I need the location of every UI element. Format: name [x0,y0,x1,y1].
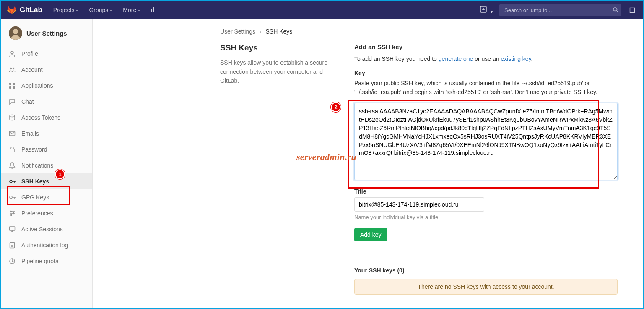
sidebar-item-label: Chat [21,98,34,105]
add-key-button[interactable]: Add key [354,228,387,241]
link-generate-one[interactable]: generate one [439,55,473,62]
your-keys-heading: Your SSH keys (0) [354,267,618,274]
caret-down-icon: ▾ [110,8,112,13]
nav-more-label: More [123,7,136,13]
svg-point-1 [613,7,617,11]
key-textarea[interactable] [354,103,618,180]
sidebar-item-password[interactable]: Password [1,141,92,157]
svg-rect-11 [13,86,15,89]
sidebar-item-account[interactable]: Account [1,62,92,78]
password-icon [9,146,16,153]
search-icon[interactable] [613,7,618,14]
svg-rect-20 [10,227,15,230]
brand[interactable]: GitLab [7,5,42,15]
sidebar-item-applications[interactable]: Applications [1,78,92,94]
navbar: GitLab Projects ▾ Groups ▾ More ▾ ▾ [1,1,643,19]
svg-point-7 [13,68,14,69]
nav-more[interactable]: More ▾ [119,4,144,16]
svg-rect-9 [13,83,15,85]
profile-icon [9,50,16,57]
title-label: Title [354,188,618,195]
annotation-callout-2: 2 [331,102,341,112]
col-right: Add an SSH key To add an SSH key you nee… [354,43,618,295]
content-columns: SSH Keys SSH keys allow you to establish… [93,43,618,295]
plus-icon[interactable]: ▾ [476,3,497,17]
title-input[interactable] [354,197,484,212]
add-key-heading: Add an SSH key [354,43,618,50]
activity-icon[interactable] [147,4,162,17]
caret-down-icon: ▾ [138,8,140,13]
page-title: SSH Keys [220,43,338,52]
sidebar-item-profile[interactable]: Profile [1,46,92,62]
sidebar-item-emails[interactable]: Emails [1,126,92,141]
svg-rect-10 [9,86,11,89]
access-tokens-icon [9,114,16,121]
svg-point-17 [10,211,12,212]
active-sessions-icon [9,226,16,233]
caret-down-icon: ▾ [491,10,493,14]
chevron-right-icon: › [260,28,262,35]
sidebar-item-label: GPG Keys [21,194,49,201]
sidebar-item-label: Active Sessions [21,226,63,233]
sidebar-item-ssh-keys[interactable]: SSH Keys [1,173,92,189]
svg-rect-2 [630,8,635,13]
gitlab-logo-icon [7,5,16,15]
svg-point-19 [11,215,12,216]
emails-icon [9,130,16,137]
sidebar-item-label: Profile [21,50,38,57]
app-frame: GitLab Projects ▾ Groups ▾ More ▾ ▾ [0,0,644,309]
sidebar-item-chat[interactable]: Chat [1,94,92,110]
col-left: SSH Keys SSH keys allow you to establish… [220,43,338,295]
svg-point-18 [13,213,14,214]
chat-icon [9,98,16,105]
breadcrumb: User Settings › SSH Keys [93,26,618,43]
pipeline-quota-icon [9,258,16,264]
sidebar-item-label: Pipeline quota [21,258,59,264]
sidebar-item-label: Notifications [21,162,53,169]
applications-icon [9,82,16,89]
sidebar-item-access-tokens[interactable]: Access Tokens [1,110,92,126]
key-label: Key [354,70,618,76]
brand-name: GitLab [20,6,42,14]
sidebar: User Settings Profile Account Applicatio… [1,19,93,308]
svg-rect-8 [9,83,11,85]
nav-groups[interactable]: Groups ▾ [85,4,116,16]
sidebar-item-label: Authentication log [21,242,68,249]
search-input[interactable] [499,4,621,16]
svg-rect-14 [10,149,14,152]
svg-point-5 [11,51,13,54]
page-desc: SSH keys allow you to establish a secure… [220,58,338,86]
key-hint: Paste your public SSH key, which is usua… [354,79,618,97]
sidebar-item-label: Preferences [21,210,53,217]
sidebar-item-auth-log[interactable]: Authentication log [1,237,92,253]
gpg-keys-icon [9,194,16,201]
sidebar-item-label: SSH Keys [21,178,49,185]
account-icon [9,66,16,73]
svg-point-15 [10,180,12,183]
breadcrumb-parent[interactable]: User Settings [220,28,255,35]
empty-keys-note: There are no SSH keys with access to you… [354,279,618,295]
caret-down-icon: ▾ [76,8,78,13]
sidebar-item-gpg-keys[interactable]: GPG Keys [1,189,92,205]
main: User Settings › SSH Keys SSH Keys SSH ke… [93,19,643,308]
nav-groups-label: Groups [89,7,108,13]
sidebar-title: User Settings [26,30,67,37]
sidebar-item-pipeline-quota[interactable]: Pipeline quota [1,253,92,269]
sidebar-item-active-sessions[interactable]: Active Sessions [1,221,92,237]
sidebar-header: User Settings [1,23,92,46]
sidebar-item-notifications[interactable]: Notifications [1,157,92,173]
annotation-callout-1: 1 [55,169,65,179]
sidebar-item-label: Emails [21,130,39,137]
maximize-icon[interactable] [628,5,637,15]
preferences-icon [9,210,16,217]
nav-projects[interactable]: Projects ▾ [49,4,83,16]
svg-point-12 [10,115,15,117]
body: User Settings Profile Account Applicatio… [1,19,643,308]
sidebar-item-label: Applications [21,82,53,89]
sidebar-item-preferences[interactable]: Preferences [1,205,92,221]
avatar[interactable] [9,26,22,40]
nav-projects-label: Projects [53,7,75,13]
link-existing-key[interactable]: existing key [501,55,531,62]
svg-point-4 [13,29,18,34]
title-sub: Name your individual key via a title [354,214,618,220]
